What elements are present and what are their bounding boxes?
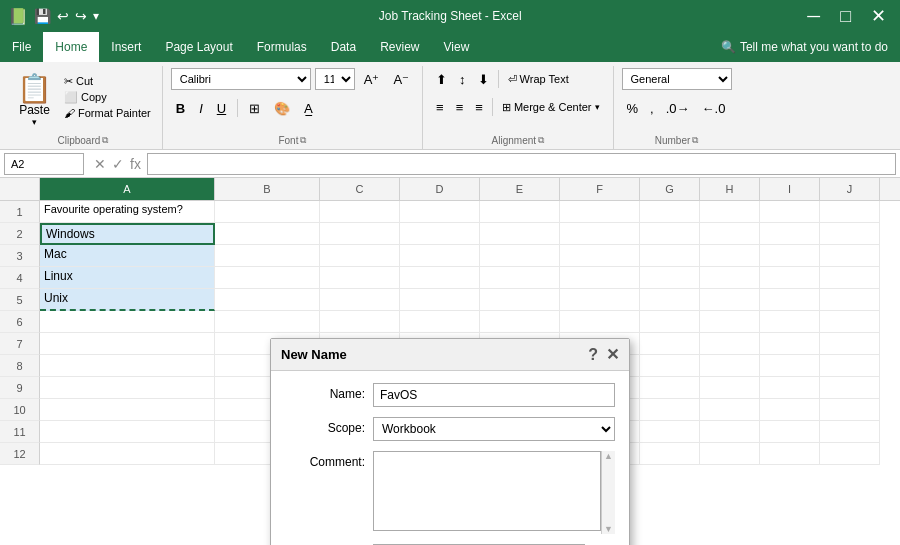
cut-button[interactable]: ✂ Cut [61,74,154,89]
font-dialog-icon[interactable]: ⧉ [300,135,306,146]
bold-btn[interactable]: B [171,97,190,119]
alignment-content: ⬆ ↕ ⬇ ⏎ Wrap Text ≡ ≡ ≡ ⊞ Merge & Center… [431,68,604,133]
clipboard-label: Clipboard ⧉ [12,133,154,149]
dialog-overlay: New Name ? ✕ Name: Scope: [0,178,900,465]
paste-label: Paste [19,103,50,117]
confirm-formula-btn[interactable]: ✓ [112,156,124,172]
number-format-selector[interactable]: General [622,68,732,90]
menu-tell-me[interactable]: 🔍 Tell me what you want to do [709,32,900,62]
dialog-comment-label: Comment: [285,451,365,469]
align-sep [498,70,499,88]
copy-button[interactable]: ⬜ Copy [61,90,154,105]
menu-formulas[interactable]: Formulas [245,32,319,62]
dialog-scope-row: Scope: Workbook Sheet1 [285,417,615,441]
alignment-group: ⬆ ↕ ⬇ ⏎ Wrap Text ≡ ≡ ≡ ⊞ Merge & Center… [423,66,613,149]
menu-file[interactable]: File [0,32,43,62]
dialog-name-row: Name: [285,383,615,407]
cancel-formula-btn[interactable]: ✕ [94,156,106,172]
title-bar-title: Job Tracking Sheet - Excel [379,9,522,23]
comma-btn[interactable]: , [645,97,659,119]
dialog-help-btn[interactable]: ? [588,346,598,364]
insert-function-btn[interactable]: fx [130,156,141,172]
title-bar-left: 📗 💾 ↩ ↪ ▾ [8,7,99,26]
align-row1: ⬆ ↕ ⬇ ⏎ Wrap Text [431,68,574,90]
textarea-scrollbar[interactable]: ▲ ▼ [601,451,615,534]
excel-logo-icon: 📗 [8,7,28,26]
dialog-name-input[interactable] [373,383,615,407]
close-btn[interactable]: ✕ [865,5,892,27]
wrap-text-button[interactable]: ⏎ Wrap Text [503,71,574,88]
font-group: Calibri 11 A⁺ A⁻ B I U ⊞ 🎨 A̲ Font ⧉ [163,66,423,149]
maximize-btn[interactable]: □ [834,6,857,27]
font-color-btn[interactable]: A̲ [299,97,318,119]
increase-decimal-btn[interactable]: .0→ [661,97,695,119]
scissors-icon: ✂ [64,75,73,88]
font-row1: Calibri 11 A⁺ A⁻ [171,68,414,90]
quick-access-save[interactable]: 💾 [34,8,51,24]
scroll-down-icon[interactable]: ▼ [604,524,613,534]
merge-center-button[interactable]: ⊞ Merge & Center ▾ [497,99,605,116]
font-family-selector[interactable]: Calibri [171,68,311,90]
dialog-comment-row: Comment: ▲ ▼ [285,451,615,534]
center-align-btn[interactable]: ≡ [451,96,469,118]
dialog-comment-textarea[interactable] [373,451,601,531]
format-painter-icon: 🖌 [64,107,75,119]
search-icon: 🔍 [721,40,736,54]
align-sep2 [492,98,493,116]
paste-dropdown-icon[interactable]: ▾ [32,117,37,127]
menu-review[interactable]: Review [368,32,431,62]
scroll-up-icon[interactable]: ▲ [604,451,613,461]
number-label: Number ⧉ [622,133,732,149]
decrease-font-btn[interactable]: A⁻ [388,68,414,90]
cell-reference-input[interactable] [4,153,84,175]
alignment-label: Alignment ⧉ [431,133,604,149]
top-align-btn[interactable]: ⬆ [431,68,452,90]
minimize-btn[interactable]: ─ [801,6,826,27]
left-align-btn[interactable]: ≡ [431,96,449,118]
menu-view[interactable]: View [432,32,482,62]
bottom-align-btn[interactable]: ⬇ [473,68,494,90]
underline-btn[interactable]: U [212,97,231,119]
menu-data[interactable]: Data [319,32,368,62]
font-size-selector[interactable]: 11 [315,68,355,90]
undo-btn[interactable]: ↩ [57,8,69,24]
menu-bar: File Home Insert Page Layout Formulas Da… [0,32,900,62]
merge-icon: ⊞ [502,101,511,114]
dialog-close-btn[interactable]: ✕ [606,345,619,364]
dialog-name-label: Name: [285,383,365,401]
formula-bar-controls: ✕ ✓ fx [88,156,147,172]
quick-access-more[interactable]: ▾ [93,9,99,23]
alignment-dialog-icon[interactable]: ⧉ [538,135,544,146]
font-row2: B I U ⊞ 🎨 A̲ [171,97,318,119]
dialog-scope-select[interactable]: Workbook Sheet1 [373,417,615,441]
menu-page-layout[interactable]: Page Layout [153,32,244,62]
dialog-title: New Name [281,347,347,362]
redo-btn[interactable]: ↪ [75,8,87,24]
border-btn[interactable]: ⊞ [244,97,265,119]
formula-bar: ✕ ✓ fx [0,150,900,178]
formula-input[interactable] [147,153,896,175]
clipboard-dialog-icon[interactable]: ⧉ [102,135,108,146]
dialog-body: Name: Scope: Workbook Sheet1 [271,371,629,545]
middle-align-btn[interactable]: ↕ [454,68,471,90]
align-row2: ≡ ≡ ≡ ⊞ Merge & Center ▾ [431,96,604,118]
number-row: % , .0→ ←.0 [622,97,731,119]
fill-color-btn[interactable]: 🎨 [269,97,295,119]
menu-insert[interactable]: Insert [99,32,153,62]
window-controls: ─ □ ✕ [801,5,892,27]
number-dialog-icon[interactable]: ⧉ [692,135,698,146]
clipboard-content: 📋 Paste ▾ ✂ Cut ⬜ Copy 🖌 Format P [12,68,154,133]
dialog-comment-wrapper: ▲ ▼ [373,451,615,534]
font-separator1 [237,99,238,117]
format-painter-label: Format Painter [78,107,151,119]
right-align-btn[interactable]: ≡ [470,96,488,118]
format-painter-button[interactable]: 🖌 Format Painter [61,106,154,120]
ribbon: 📋 Paste ▾ ✂ Cut ⬜ Copy 🖌 Format P [0,62,900,150]
increase-font-btn[interactable]: A⁺ [359,68,385,90]
decrease-decimal-btn[interactable]: ←.0 [697,97,731,119]
menu-home[interactable]: Home [43,32,99,62]
italic-btn[interactable]: I [194,97,208,119]
percent-btn[interactable]: % [622,97,644,119]
merge-dropdown-icon[interactable]: ▾ [595,102,600,112]
paste-button[interactable]: 📋 Paste ▾ [12,72,57,130]
